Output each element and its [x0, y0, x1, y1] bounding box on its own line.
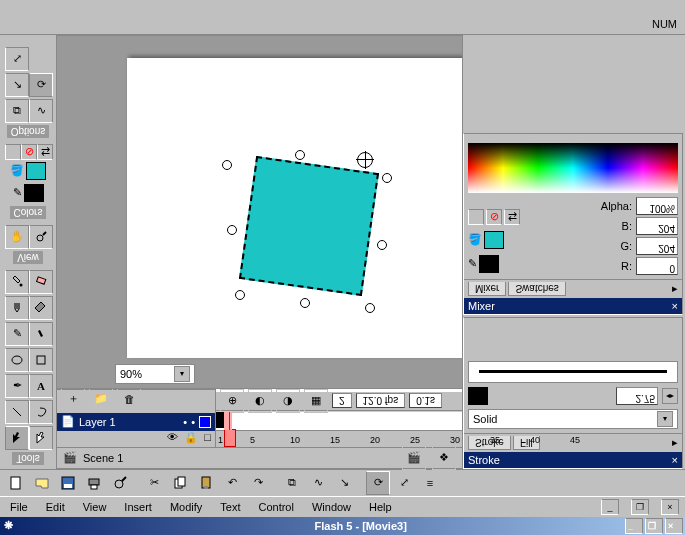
frame-ruler[interactable]: 1 5 10 15 20 25 30 35 40 45: [216, 430, 462, 447]
fill-swatch[interactable]: [26, 162, 46, 180]
scale-option[interactable]: ⤢: [5, 47, 29, 71]
menu-insert[interactable]: Insert: [120, 499, 156, 515]
stroke-weight-stepper[interactable]: ◂▸: [662, 388, 678, 404]
rotate-option[interactable]: ⟳: [29, 73, 53, 97]
smooth-option[interactable]: ∿: [29, 99, 53, 123]
paste-button[interactable]: [194, 471, 218, 495]
stroke-color-swatch[interactable]: [468, 387, 488, 405]
eraser-tool[interactable]: [29, 270, 53, 294]
cut-button[interactable]: ✂: [142, 471, 166, 495]
print-button[interactable]: [82, 471, 106, 495]
redo-button[interactable]: ↷: [246, 471, 270, 495]
rectangle-tool[interactable]: [29, 348, 53, 372]
stage[interactable]: 90% ▾: [56, 35, 463, 389]
menu-window[interactable]: Window: [308, 499, 355, 515]
menu-control[interactable]: Control: [254, 499, 297, 515]
text-tool[interactable]: A: [29, 374, 53, 398]
mdi-close-button[interactable]: ×: [661, 499, 679, 515]
tab-mixer[interactable]: Mixer: [475, 283, 499, 294]
rotate-handle-mr[interactable]: [377, 240, 387, 250]
rotate-button[interactable]: ⟳: [366, 471, 390, 495]
lock-icon[interactable]: 🔒: [184, 431, 198, 447]
r-field[interactable]: 0: [669, 263, 675, 274]
lasso-tool[interactable]: [29, 400, 53, 424]
scene-name[interactable]: Scene 1: [83, 452, 123, 464]
add-layer-button[interactable]: ＋: [61, 387, 85, 411]
mdi-restore-button[interactable]: ❐: [631, 499, 649, 515]
delete-layer-button[interactable]: 🗑: [117, 387, 141, 411]
no-color-button[interactable]: ⊘: [21, 144, 37, 160]
fill-none-button[interactable]: ⊘: [486, 209, 502, 225]
subselect-tool[interactable]: [29, 426, 53, 450]
edit-symbols-button[interactable]: ❖: [432, 446, 456, 470]
b-field[interactable]: 204: [658, 223, 675, 234]
rotate-handle-tr[interactable]: [365, 303, 375, 313]
alpha-field[interactable]: 100%: [649, 203, 675, 214]
maximize-button[interactable]: ❐: [645, 518, 663, 534]
rotate-handle-bl[interactable]: [222, 160, 232, 170]
mdi-minimize-button[interactable]: _: [601, 499, 619, 515]
onion-outline-button[interactable]: ◑: [276, 389, 300, 413]
tab-swatches[interactable]: Swatches: [515, 283, 558, 294]
brush-tool[interactable]: [29, 322, 53, 346]
preview-button[interactable]: [108, 471, 132, 495]
smooth-button[interactable]: ∿: [306, 471, 330, 495]
menu-modify[interactable]: Modify: [166, 499, 206, 515]
onion-skin-button[interactable]: ◐: [248, 389, 272, 413]
selected-shape[interactable]: [239, 156, 379, 296]
line-tool[interactable]: [5, 400, 29, 424]
swap-colors-button[interactable]: ⇄: [37, 144, 53, 160]
menu-text[interactable]: Text: [216, 499, 244, 515]
frame-track[interactable]: [216, 411, 462, 430]
menu-help[interactable]: Help: [365, 499, 396, 515]
dropper-tool[interactable]: [5, 270, 29, 294]
stroke-style-select[interactable]: Solid ▾: [468, 409, 678, 429]
panel-menu-icon[interactable]: ▸: [672, 437, 678, 450]
mixer-fill-swatch[interactable]: [484, 231, 504, 249]
stroke-weight-field[interactable]: 2.75: [636, 393, 655, 404]
default-colors-button[interactable]: [5, 144, 21, 160]
arrow-tool[interactable]: [5, 426, 29, 450]
fill-swap-button[interactable]: ⇄: [504, 209, 520, 225]
outline-icon[interactable]: □: [204, 431, 211, 447]
scale-button[interactable]: ⤢: [392, 471, 416, 495]
snap-button[interactable]: ⧉: [280, 471, 304, 495]
ink-bottle-tool[interactable]: [5, 296, 29, 320]
menu-file[interactable]: File: [6, 499, 32, 515]
panel-close-icon[interactable]: ×: [672, 454, 678, 466]
paint-bucket-tool[interactable]: [29, 296, 53, 320]
menu-edit[interactable]: Edit: [42, 499, 69, 515]
menu-view[interactable]: View: [79, 499, 111, 515]
playhead[interactable]: [224, 429, 236, 447]
rotate-handle-br[interactable]: [382, 173, 392, 183]
oval-tool[interactable]: [5, 348, 29, 372]
zoom-tool[interactable]: [29, 225, 53, 249]
stroke-swatch[interactable]: [24, 184, 44, 202]
copy-button[interactable]: [168, 471, 192, 495]
panel-close-icon[interactable]: ×: [672, 300, 678, 312]
new-button[interactable]: [4, 471, 28, 495]
eye-icon[interactable]: 👁: [167, 431, 178, 447]
hand-tool[interactable]: ✋: [5, 225, 29, 249]
layer-row[interactable]: 📄 Layer 1 • •: [57, 413, 215, 431]
straighten-button[interactable]: ↘: [332, 471, 356, 495]
edit-scene-button[interactable]: 🎬: [402, 446, 426, 470]
rotate-handle-tc[interactable]: [300, 298, 310, 308]
rotate-handle-ml[interactable]: [227, 225, 237, 235]
rotate-handle-tl[interactable]: [235, 290, 245, 300]
pencil-tool[interactable]: ✎: [5, 322, 29, 346]
zoom-select[interactable]: 90% ▾: [115, 364, 195, 384]
mixer-stroke-swatch[interactable]: [479, 255, 499, 273]
color-spectrum[interactable]: [468, 143, 678, 193]
snap-option[interactable]: ⧉: [5, 99, 29, 123]
center-frame-button[interactable]: ⊕: [220, 389, 244, 413]
add-guide-button[interactable]: 📁: [89, 387, 113, 411]
rotate-handle-bc[interactable]: [295, 150, 305, 160]
minimize-button[interactable]: _: [625, 518, 643, 534]
straighten-option[interactable]: ↘: [5, 73, 29, 97]
canvas[interactable]: [127, 58, 463, 358]
undo-button[interactable]: ↶: [220, 471, 244, 495]
open-button[interactable]: [30, 471, 54, 495]
pen-tool[interactable]: ✒: [5, 374, 29, 398]
fill-solid-button[interactable]: [468, 209, 484, 225]
